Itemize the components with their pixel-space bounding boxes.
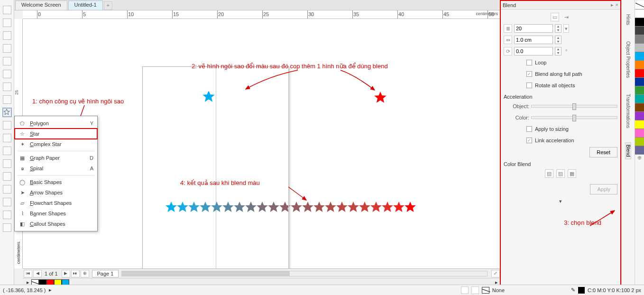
shape-tool-icon[interactable] (3, 18, 11, 27)
blend-direction-icon[interactable]: ⇥ (562, 13, 570, 21)
flyout-polygon[interactable]: ⬠PolygonY (15, 118, 97, 129)
hints-icon[interactable] (624, 3, 633, 9)
applysizing-checkbox[interactable] (526, 126, 532, 132)
blend-steps-menu-icon[interactable]: ▾ (563, 24, 569, 33)
ellipse-tool-icon[interactable] (3, 95, 11, 104)
rail-swatch-9[interactable] (635, 86, 644, 95)
rectangle-tool-icon[interactable] (3, 83, 11, 91)
rail-swatch-2[interactable] (635, 27, 644, 35)
rail-swatch-14[interactable] (635, 129, 644, 138)
rail-swatch-16[interactable] (635, 146, 644, 155)
tab-object-properties[interactable]: Object Properties (626, 39, 631, 80)
rail-swatch-10[interactable] (635, 95, 644, 103)
colorblend-ccw-icon[interactable]: ▩ (568, 169, 576, 178)
blend-preset-icon[interactable]: ▭ (551, 13, 559, 21)
flyout-spiral[interactable]: ๑SpiralA (15, 163, 97, 174)
flyout-banner[interactable]: ⌇Banner Shapes (15, 208, 97, 219)
artistic-media-icon[interactable] (3, 70, 11, 78)
tab-transformations[interactable]: Transformations (626, 92, 631, 130)
rail-swatch-3[interactable] (635, 35, 644, 44)
rail-swatch-15[interactable] (635, 138, 644, 146)
blend-steps-spinner[interactable]: ▲▼ (555, 24, 561, 33)
sb-icon-1[interactable] (461, 286, 469, 294)
dropshadow-tool-icon[interactable] (3, 172, 11, 181)
reset-button[interactable]: Reset (589, 147, 617, 157)
accel-color-slider[interactable] (531, 116, 617, 119)
ruler-horizontal[interactable]: centimeters 05101520253035404550 (23, 10, 500, 19)
flyout-complex[interactable]: ✶Complex Star (15, 139, 97, 149)
blend-offset-spinner[interactable]: ▲▼ (555, 36, 561, 44)
transparency-tool-icon[interactable] (3, 185, 11, 194)
page-tab-1[interactable]: Page 1 (92, 270, 119, 277)
blend-offset-input[interactable] (514, 36, 553, 44)
rail-swatch-4[interactable] (635, 44, 644, 52)
rail-swatch-11[interactable] (635, 103, 644, 112)
add-tab-button[interactable]: + (104, 1, 112, 10)
rail-swatch-0[interactable] (635, 9, 644, 18)
tab-hints[interactable]: Hints (626, 12, 631, 27)
tab-welcome[interactable]: Welcome Screen (15, 0, 67, 10)
nav-next-icon[interactable]: ▶ (62, 270, 70, 277)
flyout-callout[interactable]: ◧Callout Shapes (15, 219, 97, 229)
flyout-arrow[interactable]: ➤Arrow Shapes (15, 187, 97, 198)
rail-swatch-13[interactable] (635, 120, 644, 129)
pick-tool-icon[interactable] (3, 6, 11, 14)
blend-result[interactable] (165, 201, 416, 213)
linkaccel-checkbox[interactable]: ✓ (526, 138, 532, 143)
rail-swatch-1[interactable] (635, 18, 644, 27)
sb-icon-2[interactable] (471, 286, 479, 294)
source-star-cyan[interactable] (202, 90, 215, 103)
outline-tool-icon[interactable] (3, 223, 11, 232)
pen-icon[interactable]: ✎ (571, 287, 575, 293)
rotateall-checkbox[interactable] (526, 83, 532, 88)
zoom-tool-icon[interactable] (3, 44, 11, 53)
text-tool-icon[interactable] (3, 121, 11, 129)
nav-prev-icon[interactable]: ◀ (33, 270, 42, 277)
rail-swatch-5[interactable] (635, 52, 644, 61)
coord-menu-icon[interactable]: ▸ (49, 287, 52, 293)
table-tool-icon[interactable] (3, 134, 11, 142)
blend-collapse-icon[interactable]: ▸ (611, 2, 614, 8)
colorblend-direct-icon[interactable]: ▧ (545, 169, 553, 178)
rail-swatch-8[interactable] (635, 78, 644, 86)
hscrollbar[interactable] (121, 271, 488, 277)
outline-swatch-icon[interactable] (578, 287, 585, 294)
fill-tool-icon[interactable] (3, 211, 11, 219)
apply-button[interactable]: Apply (590, 184, 617, 194)
tab-untitled[interactable]: Untitled-1 (68, 0, 103, 10)
blend-rotation-spinner[interactable]: ▲▼ (555, 47, 561, 55)
accel-object-slider[interactable] (531, 105, 617, 108)
blend-close-icon[interactable]: × (616, 2, 618, 8)
blend-rotation-input[interactable] (514, 47, 553, 55)
loop-checkbox[interactable] (526, 60, 532, 65)
polygon-tool-icon[interactable] (3, 108, 11, 117)
palette-add-icon[interactable]: ⊕ (635, 155, 644, 163)
freehand-tool-icon[interactable] (3, 57, 11, 65)
blend-steps-input[interactable] (514, 24, 553, 33)
colorblend-cw-icon[interactable]: ▨ (556, 169, 565, 178)
source-star-red[interactable] (374, 91, 387, 104)
fullpath-checkbox[interactable]: ✓ (526, 71, 532, 77)
eyedropper-tool-icon[interactable] (3, 198, 11, 206)
transforms-icon[interactable] (624, 83, 633, 89)
fill-swatch-icon[interactable] (482, 287, 489, 294)
blend-tab-icon[interactable] (624, 133, 633, 139)
zoom-fit-icon[interactable]: ⤢ (491, 270, 500, 277)
nav-addpage-icon[interactable]: ⊕ (81, 270, 89, 277)
panel-menu-icon[interactable]: ▾ (559, 198, 562, 204)
connector-tool-icon[interactable] (3, 159, 11, 168)
flyout-basic[interactable]: ◯Basic Shapes (15, 177, 97, 187)
palette-none-swatch[interactable] (635, 1, 644, 9)
flyout-star[interactable]: ☆Star (15, 129, 97, 139)
flyout-graph[interactable]: ▦Graph PaperD (15, 153, 97, 163)
rail-swatch-6[interactable] (635, 61, 644, 69)
rail-swatch-7[interactable] (635, 69, 644, 78)
tab-blend[interactable]: Blend (625, 142, 631, 159)
rail-swatch-12[interactable] (635, 112, 644, 120)
nav-first-icon[interactable]: ⏮ (24, 270, 32, 277)
flyout-flow[interactable]: ▱Flowchart Shapes (15, 198, 97, 208)
nav-last-icon[interactable]: ⏭ (71, 270, 80, 277)
dimension-tool-icon[interactable] (3, 147, 11, 155)
objprops-icon[interactable] (624, 30, 633, 37)
crop-tool-icon[interactable] (3, 31, 11, 40)
